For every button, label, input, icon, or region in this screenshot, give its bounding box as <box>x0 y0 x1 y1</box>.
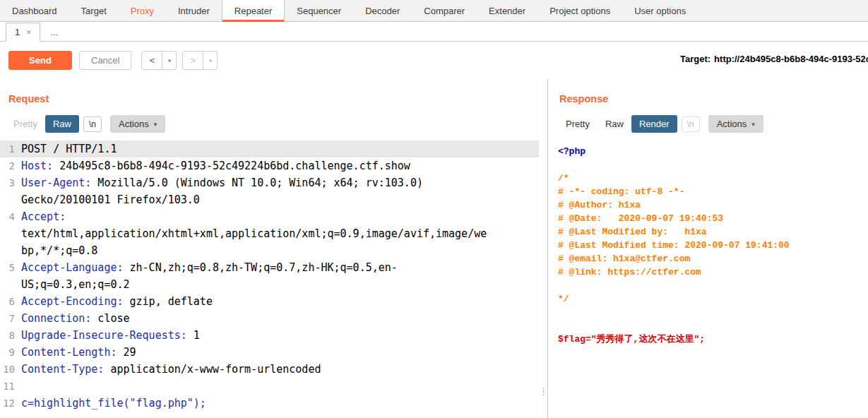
main-tab-sequencer[interactable]: Sequencer <box>285 0 353 21</box>
response-line: <?php <box>558 145 868 158</box>
panel-splitter-handle-icon[interactable]: ⋮ <box>539 381 549 402</box>
response-tab-raw[interactable]: Raw <box>598 115 631 133</box>
response-tab-pretty[interactable]: Pretty <box>558 115 598 133</box>
send-button[interactable]: Send <box>8 51 72 70</box>
chevron-down-icon: ▾ <box>751 121 755 128</box>
line-number: 4 <box>0 208 21 259</box>
response-line <box>558 279 868 292</box>
request-line[interactable]: 6Accept-Encoding: gzip, deflate <box>0 293 539 310</box>
response-line: */ <box>558 292 868 306</box>
chevron-down-icon: ▾ <box>154 121 157 128</box>
line-text <box>21 378 487 395</box>
line-number: 11 <box>0 378 21 395</box>
repeater-toolbar: Send Cancel < ▾ > ▾ Target:http://24b495… <box>0 42 868 79</box>
tab-label: Actions <box>717 119 747 129</box>
main-tab-comparer[interactable]: Comparer <box>412 0 477 21</box>
response-line: /* <box>558 172 868 185</box>
line-text: Host: 24b495c8-b6b8-494c-9193-52c49224b6… <box>21 157 487 174</box>
main-tab-decoder[interactable]: Decoder <box>353 0 412 21</box>
request-tab-raw[interactable]: Raw <box>45 115 79 133</box>
burp-repeater-window: DashboardTargetProxyIntruderRepeaterSequ… <box>0 0 868 418</box>
request-line[interactable]: 8Upgrade-Insecure-Requests: 1 <box>0 327 539 344</box>
request-tab-newline[interactable]: \n <box>83 117 102 132</box>
tab-label: \n <box>687 119 694 129</box>
line-text: c=highlight_file("flag.php"); <box>21 395 487 412</box>
response-tab-render[interactable]: Render <box>631 115 677 133</box>
target-label: Target: <box>680 54 711 64</box>
tab-label: Raw <box>605 119 624 129</box>
line-text: Content-Length: 29 <box>21 344 487 361</box>
response-line: # @Last Modified time: 2020-09-07 19:41:… <box>558 239 868 252</box>
response-line: # @email: h1xa@ctfer.com <box>558 252 868 265</box>
main-tab-intruder[interactable]: Intruder <box>166 0 222 21</box>
main-tab-extender[interactable]: Extender <box>477 0 537 21</box>
line-number: 2 <box>0 157 21 174</box>
line-text: Content-Type: application/x-www-form-url… <box>21 361 487 378</box>
request-line[interactable]: 10Content-Type: application/x-www-form-u… <box>0 361 539 378</box>
target-info: Target:http://24b495c8-b6b8-494c-9193-52… <box>680 54 868 64</box>
repeater-tab-1[interactable]: 1 × <box>6 23 40 42</box>
request-title: Request <box>8 93 547 104</box>
line-text: POST / HTTP/1.1 <box>21 141 487 157</box>
editor-panels: Request PrettyRaw\nActions▾ 1POST / HTTP… <box>0 79 868 418</box>
request-line[interactable]: 4Accept: text/html,application/xhtml+xml… <box>0 208 539 259</box>
line-number: 6 <box>0 293 21 310</box>
request-line[interactable]: 12c=highlight_file("flag.php"); <box>0 395 539 412</box>
request-line[interactable]: 3User-Agent: Mozilla/5.0 (Windows NT 10.… <box>0 174 539 208</box>
response-line: # @link: https://ctfer.com <box>558 265 868 279</box>
more-tabs-button[interactable]: ... <box>40 23 68 41</box>
line-text: Upgrade-Insecure-Requests: 1 <box>21 327 487 344</box>
response-title: Response <box>559 93 868 104</box>
request-tab-pretty[interactable]: Pretty <box>6 115 45 133</box>
request-subtabs: PrettyRaw\nActions▾ <box>6 115 547 133</box>
response-line <box>558 306 868 319</box>
history-back-dropdown-icon[interactable]: ▾ <box>162 51 177 70</box>
response-tab-newline[interactable]: \n <box>682 117 700 132</box>
cancel-button[interactable]: Cancel <box>79 51 131 70</box>
response-panel: Response PrettyRawRender\nActions▾ <?php… <box>547 79 868 418</box>
response-line: # @Date: 2020-09-07 19:40:53 <box>558 212 868 225</box>
main-tab-project-options[interactable]: Project options <box>537 0 622 21</box>
response-render[interactable]: <?php /*# -*- coding: utf-8 -*-# @Author… <box>558 145 868 346</box>
history-forward-button[interactable]: > <box>182 51 203 70</box>
line-text: Connection: close <box>21 310 487 327</box>
history-back-group: < ▾ <box>141 51 177 70</box>
request-line[interactable]: 9Content-Length: 29 <box>0 344 539 361</box>
request-line[interactable]: 7Connection: close <box>0 310 539 327</box>
main-tab-target[interactable]: Target <box>69 0 119 21</box>
tab-label: Pretty <box>566 119 590 129</box>
main-tab-user-options[interactable]: User options <box>622 0 698 21</box>
tab-label: Pretty <box>13 119 37 129</box>
history-back-button[interactable]: < <box>141 51 162 70</box>
response-subtabs: PrettyRawRender\nActions▾ <box>558 115 868 133</box>
line-number: 8 <box>0 327 21 344</box>
repeater-item-tab-bar: 1 × ... <box>0 22 868 42</box>
line-text: User-Agent: Mozilla/5.0 (Windows NT 10.0… <box>21 174 487 208</box>
line-number: 7 <box>0 310 21 327</box>
history-forward-dropdown-icon[interactable]: ▾ <box>203 51 218 70</box>
request-line[interactable]: 5Accept-Language: zh-CN,zh;q=0.8,zh-TW;q… <box>0 259 539 293</box>
line-number: 1 <box>0 141 21 157</box>
request-line[interactable]: 2Host: 24b495c8-b6b8-494c-9193-52c49224b… <box>0 157 539 174</box>
line-number: 9 <box>0 344 21 361</box>
request-line[interactable]: 11 <box>0 378 539 395</box>
tab-label: Raw <box>53 119 71 129</box>
main-tab-repeater[interactable]: Repeater <box>222 0 285 22</box>
request-editor[interactable]: 1POST / HTTP/1.12Host: 24b495c8-b6b8-494… <box>0 141 547 412</box>
main-tab-bar: DashboardTargetProxyIntruderRepeaterSequ… <box>0 0 868 22</box>
response-line <box>558 319 868 333</box>
repeater-tab-1-label: 1 <box>15 27 20 37</box>
response-tab-actions[interactable]: Actions▾ <box>708 115 763 133</box>
close-tab-icon[interactable]: × <box>26 28 31 37</box>
line-number: 12 <box>0 395 21 412</box>
request-line[interactable]: 1POST / HTTP/1.1 <box>0 141 539 157</box>
line-number: 10 <box>0 361 21 378</box>
line-text: Accept-Language: zh-CN,zh;q=0.8,zh-TW;q=… <box>21 259 487 293</box>
tab-label: \n <box>89 119 96 129</box>
main-tab-dashboard[interactable]: Dashboard <box>0 0 69 21</box>
line-text: Accept-Encoding: gzip, deflate <box>21 293 487 310</box>
response-line: $flag="秀秀得了,这次不在这里"; <box>558 333 868 346</box>
tab-label: Render <box>639 119 670 129</box>
main-tab-proxy[interactable]: Proxy <box>119 0 166 21</box>
request-tab-actions[interactable]: Actions▾ <box>110 115 165 133</box>
